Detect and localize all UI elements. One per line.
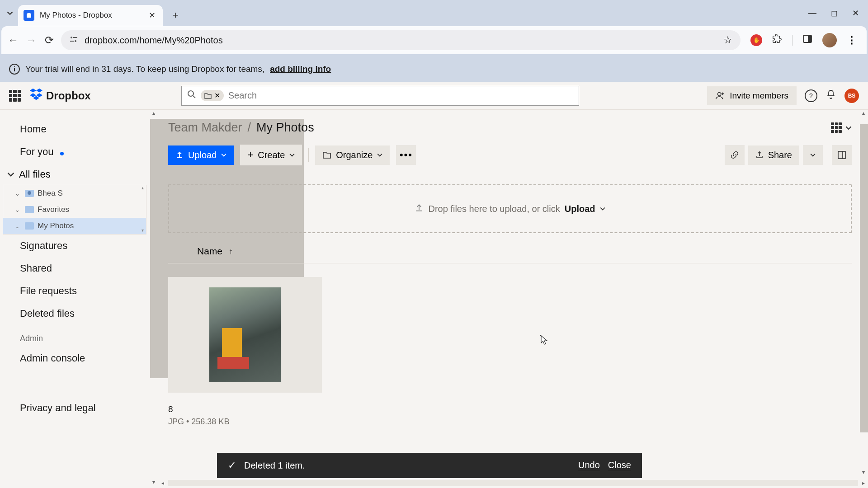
scroll-down-icon[interactable]: ▾ [859, 469, 868, 478]
trial-text: Your trial will end in 31 days. To keep … [25, 64, 264, 74]
breadcrumb-root[interactable]: Team Makder [168, 121, 242, 135]
file-meta: JPG • 256.38 KB [168, 417, 322, 427]
folder-icon [25, 206, 34, 213]
breadcrumb-separator: / [248, 121, 251, 135]
app-header: Dropbox ✕ Invite members ? BS [0, 82, 868, 110]
new-tab-button[interactable]: + [168, 6, 183, 25]
thumbnail-image [209, 287, 281, 382]
toast-undo-button[interactable]: Undo [578, 460, 600, 471]
file-thumbnail [168, 277, 322, 393]
folder-icon [25, 222, 34, 230]
svg-rect-3 [70, 41, 74, 42]
url-text: dropbox.com/home/My%20Photos [85, 35, 717, 46]
content-scrollbar[interactable]: ▴ ▾ [859, 110, 868, 478]
sidebar-scrollbar[interactable]: ▴ ▾ [149, 110, 158, 488]
sidebar-all-files-header[interactable]: All files [0, 163, 149, 185]
scroll-left-icon[interactable]: ◂ [158, 480, 167, 486]
toast-notification: ✓ Deleted 1 item. Undo Close [217, 453, 642, 478]
forward-icon[interactable]: → [25, 34, 38, 47]
tree-item-bhea[interactable]: ⌄Bhea S [3, 185, 146, 202]
sidebar-item-deleted-files[interactable]: Deleted files [0, 302, 149, 325]
dropbox-favicon [24, 10, 34, 21]
search-box[interactable]: ✕ [181, 86, 579, 106]
tab-list-caret[interactable] [4, 7, 16, 19]
sidebar-item-home[interactable]: Home [0, 121, 149, 141]
url-field[interactable]: dropbox.com/home/My%20Photos ☆ [61, 30, 741, 50]
scroll-down-icon[interactable]: ▾ [149, 479, 158, 488]
notifications-icon[interactable] [826, 89, 836, 103]
extensions-icon[interactable] [772, 34, 782, 47]
upload-dropzone[interactable]: Drop files here to upload, or click Uplo… [168, 184, 852, 233]
share-button[interactable]: Share [748, 145, 799, 165]
tab-close-icon[interactable]: ✕ [149, 10, 156, 20]
search-input[interactable] [228, 90, 573, 101]
sidebar-admin-label: Admin [0, 325, 149, 347]
sidebar-item-admin-console[interactable]: Admin console [0, 347, 149, 370]
scroll-up-icon[interactable]: ▴ [859, 110, 868, 119]
grid-view-icon [831, 122, 842, 133]
breadcrumb: Team Makder / My Photos [168, 121, 314, 135]
chevron-down-icon [845, 125, 852, 131]
sidebar-item-shared[interactable]: Shared [0, 257, 149, 280]
divider [308, 148, 309, 162]
upload-button[interactable]: Upload [168, 145, 234, 165]
invite-members-button[interactable]: Invite members [707, 86, 797, 105]
chevron-down-icon [377, 152, 382, 158]
organize-button[interactable]: Organize [315, 145, 390, 165]
tree-item-favorites[interactable]: ⌄Favorites [3, 202, 146, 218]
site-settings-icon[interactable] [69, 35, 78, 46]
share-options-button[interactable] [803, 145, 823, 165]
check-icon: ✓ [228, 460, 236, 471]
person-add-icon [715, 91, 725, 101]
chevron-down-icon [7, 171, 14, 178]
tree-scrollbar[interactable]: ▴ ▾ [139, 185, 146, 234]
details-panel-button[interactable] [832, 145, 852, 165]
horizontal-scrollbar[interactable]: ◂ ▸ [158, 478, 868, 488]
profile-avatar-icon[interactable] [822, 33, 837, 47]
file-card[interactable]: 8 JPG • 256.38 KB [168, 277, 322, 427]
sidebar-item-for-you[interactable]: For you [0, 141, 149, 163]
side-panel-icon[interactable] [802, 34, 812, 47]
sidebar-item-signatures[interactable]: Signatures [0, 235, 149, 257]
dropbox-logo[interactable]: Dropbox [30, 88, 91, 103]
column-header-name[interactable]: Name ↑ [168, 237, 852, 263]
toast-close-button[interactable]: Close [608, 460, 631, 471]
create-button[interactable]: + Create [240, 145, 302, 165]
back-icon[interactable]: ← [7, 34, 19, 47]
chip-close-icon[interactable]: ✕ [214, 91, 220, 100]
browser-tab[interactable]: My Photos - Dropbox ✕ [18, 5, 163, 26]
sidebar-item-file-requests[interactable]: File requests [0, 280, 149, 302]
reload-icon[interactable]: ⟳ [43, 34, 56, 47]
view-switcher[interactable] [831, 122, 852, 133]
chevron-down-icon [600, 206, 605, 211]
main-area: Home For you All files ⌄Bhea S ⌄Favorite… [0, 110, 868, 488]
maximize-icon[interactable]: ◻ [831, 8, 838, 18]
scroll-right-icon[interactable]: ▸ [859, 480, 868, 486]
user-avatar-badge[interactable]: BS [844, 89, 859, 103]
trial-banner: i Your trial will end in 31 days. To kee… [0, 56, 868, 82]
scroll-up-icon[interactable]: ▴ [149, 110, 158, 119]
add-billing-link[interactable]: add billing info [270, 64, 331, 74]
app-switcher-icon[interactable] [9, 90, 21, 102]
scrollbar-track[interactable] [168, 480, 858, 486]
bookmark-star-icon[interactable]: ☆ [723, 34, 732, 46]
browser-chrome: My Photos - Dropbox ✕ + — ◻ ✕ ← → ⟳ drop… [0, 0, 868, 56]
adblock-extension-icon[interactable]: ✋ [750, 34, 762, 46]
info-icon: i [9, 64, 20, 75]
more-actions-button[interactable]: ••• [396, 145, 416, 165]
help-icon[interactable]: ? [805, 89, 817, 102]
minimize-icon[interactable]: — [808, 8, 816, 18]
browser-menu-icon[interactable]: ⋮ [847, 34, 857, 46]
organize-icon [322, 151, 331, 159]
tree-item-my-photos[interactable]: ⌄My Photos [3, 218, 146, 234]
scrollbar-thumb[interactable] [860, 124, 868, 432]
search-filter-chip[interactable]: ✕ [201, 90, 224, 101]
breadcrumb-current: My Photos [256, 121, 314, 135]
dropbox-wordmark: Dropbox [46, 89, 91, 102]
dropzone-text: Drop files here to upload, or click [428, 204, 560, 214]
chevron-down-icon [810, 152, 816, 158]
toast-message: Deleted 1 item. [244, 460, 570, 471]
close-window-icon[interactable]: ✕ [852, 8, 859, 18]
sidebar-item-privacy[interactable]: Privacy and legal [0, 397, 149, 419]
copy-link-button[interactable] [725, 145, 745, 165]
